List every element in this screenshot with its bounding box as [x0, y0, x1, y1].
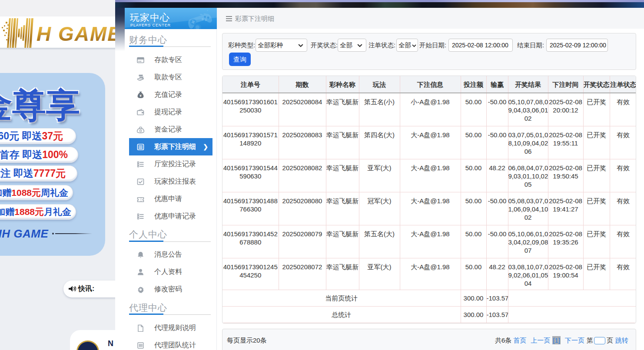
svg-text:H GAME: H GAME — [37, 23, 115, 45]
svg-text:¥: ¥ — [139, 94, 142, 98]
